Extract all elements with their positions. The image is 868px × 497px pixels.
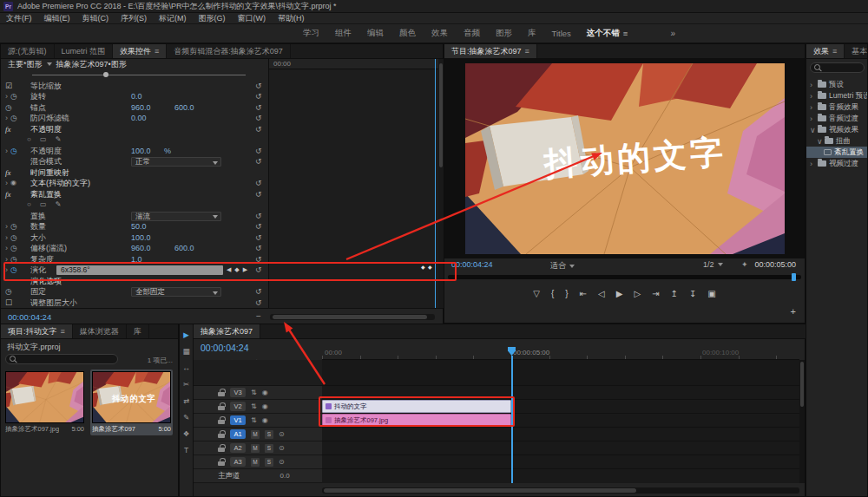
workspace-tab[interactable]: 编辑 <box>359 24 391 43</box>
master-clip-label[interactable]: 主要*图形 <box>8 59 43 70</box>
effect-property-row[interactable]: fx时间重映射 <box>1 167 268 179</box>
effect-property-row[interactable]: ›◷复杂度1.0↺ <box>1 254 268 265</box>
menu-item[interactable]: 文件(F) <box>0 13 38 24</box>
master-track-value[interactable]: 0.0 <box>280 472 290 480</box>
solo-button[interactable]: S <box>265 458 273 467</box>
track-output-eye-icon[interactable]: ◉ <box>262 416 268 424</box>
panel-tab[interactable]: 源:(无剪辑) <box>1 44 55 58</box>
effect-property-row[interactable]: fx紊乱置换↺ <box>1 189 268 200</box>
type-tool[interactable]: T <box>184 446 188 454</box>
panel-tab[interactable]: Lumetri 范围 <box>55 44 114 58</box>
effect-controls-horizontal-scrollbar[interactable] <box>270 314 435 320</box>
effect-property-row[interactable]: ›◷旋转0.0↺ <box>1 91 268 102</box>
sync-lock-icon[interactable]: ⇅ <box>251 416 257 424</box>
solo-button[interactable]: S <box>265 430 273 439</box>
effect-property-row[interactable]: ☐调整图层大小↺ <box>1 298 268 309</box>
mute-button[interactable]: M <box>251 444 260 453</box>
keyframe-icon[interactable]: ◆ <box>421 264 425 270</box>
step-back-icon[interactable]: ◁ <box>598 289 605 298</box>
track-lane[interactable] <box>322 360 799 386</box>
expand-chevron-icon[interactable]: › <box>5 243 8 254</box>
effect-property-row[interactable] <box>1 69 268 81</box>
track-lock-icon[interactable] <box>218 434 225 438</box>
workspace-tab[interactable]: 库 <box>520 24 544 43</box>
sync-lock-icon[interactable]: ⇅ <box>251 389 257 396</box>
expand-chevron-icon[interactable]: › <box>5 232 8 244</box>
panel-menu-icon[interactable]: ≡ <box>61 327 65 336</box>
expand-chevron-icon[interactable]: › <box>810 103 815 112</box>
step-forward-icon[interactable]: ▷ <box>634 289 641 298</box>
reset-parameter-icon[interactable]: ↺ <box>255 221 262 232</box>
toggle-animation-stopwatch-icon[interactable]: ◷ <box>5 286 12 298</box>
menu-item[interactable]: 剪辑(C) <box>76 13 115 24</box>
effect-property-row[interactable]: ›◉文本(抖动的文字)↺ <box>1 178 268 189</box>
project-item-thumbnail[interactable]: 抖动的文字 <box>92 371 171 423</box>
toggle-animation-stopwatch-icon[interactable]: ◷ <box>10 243 17 254</box>
go-to-out-icon[interactable]: ⇥ <box>652 289 659 298</box>
reset-parameter-icon[interactable]: ↺ <box>255 124 262 135</box>
zoom-fit-select[interactable]: 适合 <box>550 260 575 271</box>
keyframe-icon[interactable]: ◆ <box>428 264 432 270</box>
mask-tools-icons[interactable]: ○ ▭ ✎ <box>27 199 65 211</box>
razor-tool[interactable]: ✂ <box>183 380 189 389</box>
effects-tree-item[interactable]: ∨视频效果 <box>806 124 867 135</box>
reset-parameter-icon[interactable]: ↺ <box>255 211 262 222</box>
property-dropdown[interactable]: 湍流 <box>131 212 221 221</box>
workspace-tab[interactable]: Titles <box>544 24 579 43</box>
playback-resolution-select[interactable]: 1/2 <box>703 260 723 269</box>
property-value[interactable]: 960.0 <box>131 102 151 114</box>
effects-tree-item[interactable]: ›音频效果 <box>806 101 867 113</box>
mask-tools-icons[interactable]: ○ ▭ ✎ <box>27 134 65 146</box>
expand-chevron-icon[interactable]: ∨ <box>817 137 822 146</box>
expand-chevron-icon[interactable]: › <box>5 265 8 276</box>
timeline-vertical-scrollbar[interactable] <box>799 360 805 483</box>
expand-chevron-icon[interactable]: › <box>810 92 815 101</box>
workspace-tab[interactable]: 音频 <box>456 24 488 43</box>
pen-tool[interactable]: ✎ <box>183 413 189 422</box>
effect-property-row[interactable]: 混合模式正常↺ <box>1 156 268 167</box>
effect-property-row[interactable]: ›◷数量50.0↺ <box>1 221 268 232</box>
program-video-area[interactable]: 抖动的文字 <box>444 59 805 258</box>
export-frame-icon[interactable]: ▣ <box>707 289 715 298</box>
expand-chevron-icon[interactable]: › <box>810 114 815 123</box>
toggle-animation-stopwatch-icon[interactable]: ◷ <box>10 232 17 244</box>
effect-property-row[interactable]: 演化选项 <box>1 276 268 287</box>
effects-tree-item[interactable]: ›音频过渡 <box>806 113 867 124</box>
panel-tab[interactable]: 效果≡ <box>806 44 845 58</box>
panel-tab[interactable]: 媒体浏览器 <box>73 324 127 338</box>
panel-menu-icon[interactable]: ≡ <box>623 29 628 38</box>
track-select-forward-tool[interactable]: ▦ <box>182 347 189 356</box>
mute-button[interactable]: M <box>251 458 260 467</box>
timeline-horizontal-scrollbar[interactable] <box>322 487 799 494</box>
effect-controls-mini-timeline[interactable]: 00:00 ◆ ◆ <box>268 59 438 308</box>
track-target-badge[interactable]: V2 <box>230 402 246 411</box>
reset-parameter-icon[interactable]: ↺ <box>255 265 262 276</box>
workspace-tab[interactable]: 颜色 <box>391 24 424 43</box>
mute-button[interactable]: M <box>251 430 260 439</box>
toggle-animation-stopwatch-icon[interactable]: ◷ <box>10 113 17 124</box>
track-target-badge[interactable]: V1 <box>230 415 246 425</box>
reset-parameter-icon[interactable]: ↺ <box>255 243 262 254</box>
mini-timeline-playhead[interactable] <box>435 59 436 308</box>
panel-menu-icon[interactable]: ≡ <box>832 47 837 56</box>
timeline-ruler[interactable]: 00:00 00:00:05:00 00:00:10:00 <box>322 346 799 360</box>
effects-tree-item[interactable]: 紊乱置换 <box>806 147 867 158</box>
reset-parameter-icon[interactable]: ↺ <box>255 189 262 200</box>
reset-parameter-icon[interactable]: ↺ <box>255 178 262 189</box>
toggle-animation-stopwatch-icon[interactable]: ◷ <box>10 221 17 232</box>
project-file-name[interactable]: 抖动文字.prproj <box>7 342 61 353</box>
property-value[interactable]: 100.0 <box>131 146 151 157</box>
effects-tree-item[interactable]: ›Lumetri 预设 <box>806 90 867 101</box>
keyframe-nav-icons[interactable]: ◀ ◆ ▶ <box>227 265 248 276</box>
track-output-eye-icon[interactable]: ◉ <box>262 389 268 396</box>
effects-search-input[interactable] <box>810 62 865 73</box>
workspace-tab[interactable]: 学习 <box>295 24 327 43</box>
toggle-animation-stopwatch-icon[interactable]: ◷ <box>5 102 12 114</box>
expand-chevron-icon[interactable]: › <box>5 221 8 232</box>
workspace-tab[interactable]: 图形 <box>488 24 520 43</box>
expand-chevron-icon[interactable]: ∨ <box>810 126 815 134</box>
property-dropdown[interactable]: 全部固定 <box>131 287 221 297</box>
extract-icon[interactable]: ↧ <box>689 289 696 298</box>
project-search-input[interactable] <box>5 354 118 364</box>
zoom-out-button[interactable]: − <box>256 311 261 321</box>
